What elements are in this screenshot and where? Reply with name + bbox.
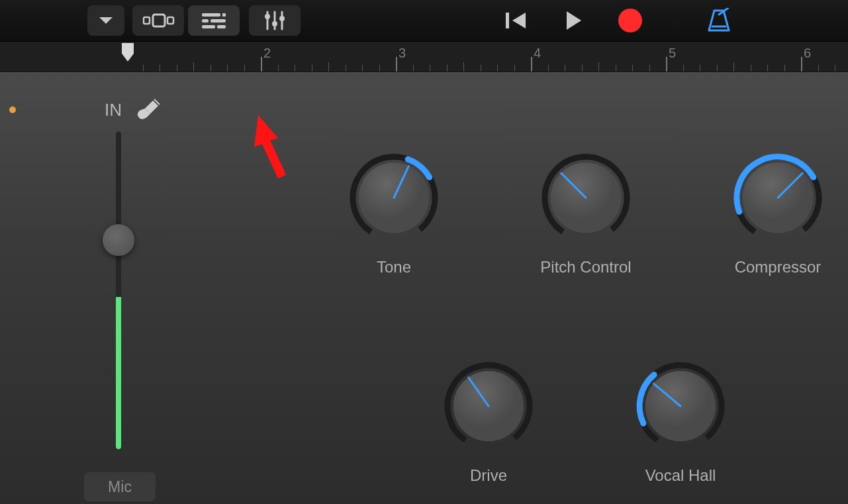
svg-rect-7 (202, 25, 215, 28)
record-button[interactable] (617, 7, 643, 34)
mic-button[interactable]: Mic (84, 472, 156, 501)
ruler-number: 3 (399, 46, 406, 61)
main-panel: IN Mic Tone Pitch Control Compressor (0, 72, 848, 504)
knob-dial[interactable] (728, 148, 827, 247)
playhead-icon[interactable] (120, 42, 135, 75)
knob-dial[interactable] (536, 148, 636, 247)
knobs-panel: Tone Pitch Control Compressor Drive Voca… (199, 72, 848, 504)
browser-view-button[interactable] (132, 5, 184, 36)
svg-point-12 (272, 21, 277, 26)
tracks-view-button[interactable] (188, 5, 240, 36)
ruler-number: 4 (534, 46, 541, 61)
dropdown-button[interactable] (87, 5, 124, 36)
metronome-button[interactable] (704, 8, 733, 33)
input-label: IN (105, 100, 122, 120)
svg-rect-15 (506, 13, 509, 28)
knob-dial[interactable] (631, 357, 730, 456)
knob-label: Vocal Hall (645, 466, 716, 485)
input-level-slider[interactable] (116, 132, 121, 449)
mixer-button[interactable] (249, 5, 301, 36)
level-meter (116, 297, 121, 449)
plug-icon[interactable] (136, 99, 161, 125)
svg-rect-6 (211, 19, 226, 22)
svg-rect-4 (222, 13, 226, 17)
knob-pitch-control[interactable]: Pitch Control (533, 148, 639, 276)
ruler-number: 2 (263, 46, 271, 61)
svg-rect-2 (167, 17, 173, 24)
timeline-ruler[interactable]: 23456 (0, 42, 848, 72)
input-sidebar: IN Mic (0, 72, 199, 504)
svg-rect-3 (202, 13, 220, 17)
svg-line-19 (154, 99, 157, 102)
svg-rect-8 (217, 25, 226, 28)
svg-rect-1 (144, 17, 150, 24)
knob-label: Drive (470, 466, 507, 485)
svg-point-16 (618, 9, 642, 32)
svg-point-14 (279, 16, 285, 21)
transport-controls (503, 7, 733, 34)
svg-point-10 (265, 14, 270, 19)
knob-compressor[interactable]: Compressor (725, 148, 831, 276)
play-button[interactable] (561, 9, 585, 32)
svg-rect-5 (202, 19, 209, 22)
mic-label: Mic (108, 478, 132, 496)
knob-drive[interactable]: Drive (436, 357, 542, 485)
ruler-number: 5 (669, 46, 676, 61)
top-toolbar (0, 0, 848, 42)
knob-label: Pitch Control (540, 258, 631, 276)
knob-dial[interactable] (439, 357, 538, 456)
knob-vocal-hall[interactable]: Vocal Hall (628, 357, 733, 485)
knob-tone[interactable]: Tone (341, 148, 447, 276)
ruler-number: 6 (804, 46, 811, 61)
knob-label: Compressor (735, 258, 822, 276)
knob-dial[interactable] (344, 148, 444, 247)
knob-label: Tone (377, 258, 411, 276)
slider-thumb[interactable] (103, 224, 134, 256)
svg-rect-0 (153, 15, 165, 26)
rewind-button[interactable] (503, 10, 530, 31)
track-indicator-icon (9, 106, 16, 113)
svg-line-20 (157, 102, 160, 105)
